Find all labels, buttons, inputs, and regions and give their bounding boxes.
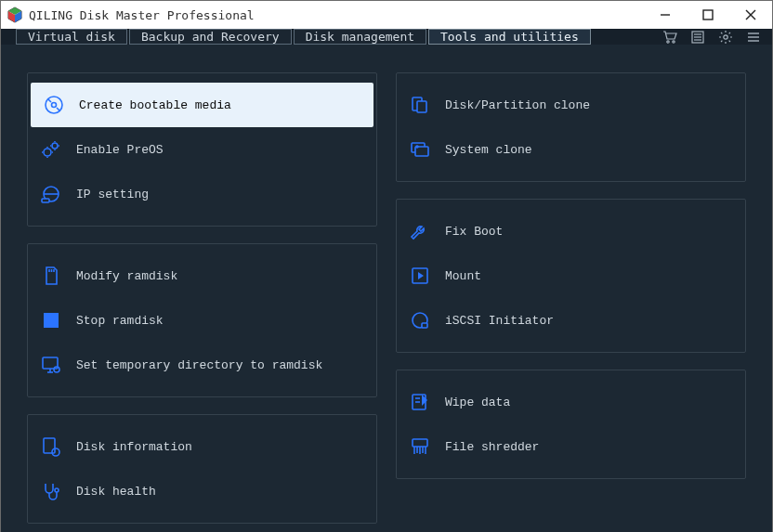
svg-rect-27 xyxy=(44,313,59,328)
svg-point-14 xyxy=(724,34,727,38)
app-logo-icon xyxy=(7,6,23,23)
tool-item-disk-health[interactable]: Disk health xyxy=(28,469,376,513)
svg-point-21 xyxy=(52,143,58,149)
tool-item-modify-ramdisk[interactable]: Modify ramdisk xyxy=(28,253,376,298)
tool-item-label: Enable PreOS xyxy=(76,143,164,157)
tool-item-label: Wipe data xyxy=(445,396,510,409)
tool-item-label: Disk health xyxy=(76,485,156,499)
tool-item-label: Create bootable media xyxy=(79,98,231,112)
doc-disk-icon xyxy=(39,435,63,459)
tool-item-ip-setting[interactable]: IP setting xyxy=(28,172,376,216)
tool-group: Disk/Partition cloneSystem clone xyxy=(396,72,746,182)
svg-point-39 xyxy=(416,146,418,148)
tabs: Virtual diskBackup and RecoveryDisk mana… xyxy=(16,29,591,45)
window-controls xyxy=(644,1,772,29)
tool-item-wipe-data[interactable]: Wipe data xyxy=(397,380,745,424)
tab-label: Backup and Recovery xyxy=(141,30,280,44)
tab-label: Disk management xyxy=(306,30,414,44)
close-button[interactable] xyxy=(729,1,772,29)
tool-item-label: Fix Boot xyxy=(445,225,503,239)
clone-icon xyxy=(408,93,432,117)
play-sq-icon xyxy=(408,264,432,288)
tool-group: Create bootable mediaEnable PreOSIP sett… xyxy=(27,72,377,227)
tool-item-iscsi-initiator[interactable]: iSCSI Initiator xyxy=(397,298,745,343)
tool-group: Modify ramdiskStop ramdiskSet temporary … xyxy=(27,243,377,397)
tool-item-label: Mount xyxy=(445,269,481,283)
tool-group: Disk informationDisk health xyxy=(27,414,377,524)
wipe-icon xyxy=(408,390,432,414)
svg-rect-47 xyxy=(413,439,427,447)
shredder-icon xyxy=(408,435,432,459)
right-column: Disk/Partition cloneSystem cloneFix Boot… xyxy=(396,72,746,524)
sdcard-icon xyxy=(39,264,63,288)
svg-marker-41 xyxy=(418,272,424,279)
gears-icon xyxy=(39,137,63,162)
tool-group: Fix BootMountiSCSI Initiator xyxy=(396,199,746,353)
hamburger-icon[interactable] xyxy=(746,30,761,45)
iscsi-icon xyxy=(408,308,432,332)
square-stop-icon xyxy=(39,308,63,332)
menubar: Virtual diskBackup and RecoveryDisk mana… xyxy=(1,29,772,45)
cart-icon[interactable] xyxy=(662,30,677,45)
svg-rect-5 xyxy=(703,10,713,19)
tool-item-set-temporary-directory-to-ramdisk[interactable]: Set temporary directory to ramdisk xyxy=(28,343,376,387)
app-window: QILING Disk Master Professional Virtual … xyxy=(0,0,773,532)
tab-virtual-disk[interactable]: Virtual disk xyxy=(16,29,127,45)
svg-rect-32 xyxy=(44,438,55,453)
tab-backup-and-recovery[interactable]: Backup and Recovery xyxy=(129,29,292,45)
svg-rect-23 xyxy=(42,199,49,202)
svg-point-18 xyxy=(46,97,62,113)
tool-item-disk-information[interactable]: Disk information xyxy=(28,424,376,469)
tool-item-system-clone[interactable]: System clone xyxy=(397,127,745,172)
tool-item-label: Modify ramdisk xyxy=(76,269,177,283)
sysclone-icon xyxy=(408,137,432,162)
tab-label: Virtual disk xyxy=(28,30,115,44)
svg-rect-36 xyxy=(417,101,426,112)
left-column: Create bootable mediaEnable PreOSIP sett… xyxy=(27,72,377,524)
tool-item-fix-boot[interactable]: Fix Boot xyxy=(397,209,745,253)
list-icon[interactable] xyxy=(690,30,705,45)
wrench-icon xyxy=(408,219,432,243)
tool-item-label: IP setting xyxy=(76,188,149,201)
steth-icon xyxy=(39,479,63,503)
tab-disk-management[interactable]: Disk management xyxy=(294,29,426,45)
tool-item-stop-ramdisk[interactable]: Stop ramdisk xyxy=(28,298,376,343)
tool-item-label: Disk/Partition clone xyxy=(445,98,590,112)
tool-item-label: System clone xyxy=(445,143,532,157)
tool-item-label: Disk information xyxy=(76,440,192,454)
client-area: Create bootable mediaEnable PreOSIP sett… xyxy=(1,45,772,532)
svg-point-34 xyxy=(55,488,59,492)
tab-tools-and-utilities[interactable]: Tools and utilities xyxy=(428,29,591,45)
svg-rect-43 xyxy=(422,323,427,328)
minimize-button[interactable] xyxy=(644,1,687,29)
tool-item-file-shredder[interactable]: File shredder xyxy=(397,424,745,469)
svg-point-8 xyxy=(667,40,669,42)
svg-point-31 xyxy=(54,367,59,372)
disc-icon xyxy=(42,93,66,117)
tool-item-create-bootable-media[interactable]: Create bootable media xyxy=(31,83,373,127)
svg-point-20 xyxy=(44,149,51,156)
monitor-gear-icon xyxy=(39,353,63,377)
settings-icon[interactable] xyxy=(718,30,733,45)
tool-item-enable-preos[interactable]: Enable PreOS xyxy=(28,127,376,172)
app-title: QILING Disk Master Professional xyxy=(29,8,644,22)
tool-item-label: Set temporary directory to ramdisk xyxy=(76,358,322,372)
menubar-icons xyxy=(662,29,765,45)
svg-point-19 xyxy=(52,103,57,108)
tool-item-label: File shredder xyxy=(445,440,539,454)
tool-group: Wipe dataFile shredder xyxy=(396,370,746,479)
tool-item-label: iSCSI Initiator xyxy=(445,314,554,328)
tool-item-mount[interactable]: Mount xyxy=(397,253,745,298)
svg-point-9 xyxy=(673,40,675,42)
tool-item-label: Stop ramdisk xyxy=(76,314,164,328)
tool-item-disk-partition-clone[interactable]: Disk/Partition clone xyxy=(397,83,745,127)
tab-label: Tools and utilities xyxy=(440,30,579,44)
netdisk-icon xyxy=(39,182,63,206)
svg-point-33 xyxy=(52,448,59,456)
titlebar: QILING Disk Master Professional xyxy=(1,1,772,29)
maximize-button[interactable] xyxy=(687,1,729,29)
